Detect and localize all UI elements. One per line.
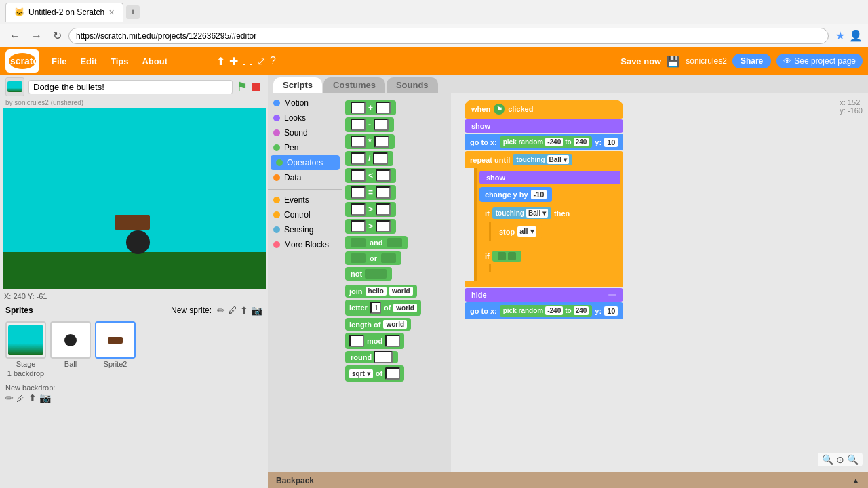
round-input[interactable]	[374, 351, 393, 363]
cat-more-blocks[interactable]: More Blocks	[268, 237, 342, 252]
stop-all-block[interactable]: stop all ▾	[494, 224, 542, 239]
project-title-input[interactable]	[28, 80, 233, 94]
show-block[interactable]: show	[465, 119, 623, 133]
op-right-input4[interactable]	[373, 152, 388, 165]
draw-sprite-btn[interactable]: 🖊	[228, 305, 237, 316]
cat-control[interactable]: Control	[268, 207, 342, 222]
touching-dropdown[interactable]: Ball ▾	[547, 155, 569, 164]
op-left-input1[interactable]	[351, 102, 366, 114]
stage-canvas[interactable]	[3, 108, 266, 289]
hide-block[interactable]: hide	[465, 288, 623, 302]
about-menu[interactable]: About	[136, 54, 173, 69]
not-block[interactable]: not	[345, 267, 392, 281]
op-gt-btn1[interactable]: >	[345, 202, 396, 217]
url-bar[interactable]	[68, 28, 829, 44]
if-touching-block[interactable]: touching Ball ▾	[492, 207, 551, 219]
ball-sprite-item[interactable]: Ball	[50, 321, 91, 378]
length-block[interactable]: length of world	[345, 318, 411, 331]
join-block[interactable]: join hello world	[345, 285, 417, 298]
save-button[interactable]: Save now	[620, 56, 661, 66]
edit-menu[interactable]: Edit	[75, 54, 102, 69]
tab-close-btn[interactable]: ✕	[108, 8, 115, 17]
stop-button[interactable]: ⏹	[250, 80, 262, 94]
repeat-until-header[interactable]: repeat until touching Ball ▾	[465, 151, 623, 168]
op-right-input2[interactable]	[374, 119, 389, 131]
show-inner-block[interactable]: show	[479, 171, 620, 184]
op-right-input1[interactable]	[376, 102, 391, 114]
upload-backdrop-btn[interactable]: ⬆	[28, 392, 37, 403]
upload-icon[interactable]: ⬆	[216, 55, 225, 68]
reload-button[interactable]: ↻	[49, 28, 66, 43]
upload-sprite-btn[interactable]: ⬆	[240, 305, 248, 316]
backpack-bar[interactable]: Backpack ▲	[268, 472, 868, 488]
length-word-input[interactable]: world	[383, 320, 407, 329]
pick-random-inline[interactable]: pick random -240 to 240	[500, 136, 593, 148]
op-eq-btn[interactable]: =	[345, 185, 396, 200]
help-icon[interactable]: ?	[270, 55, 276, 67]
op-left-input3[interactable]	[351, 136, 366, 148]
op-left-input4[interactable]	[351, 152, 366, 165]
zoom-in-btn[interactable]: 🔍	[847, 454, 859, 465]
stage-sprite-item[interactable]: Stage 1 backdrop	[5, 321, 46, 378]
op-left-input7[interactable]	[351, 203, 366, 216]
op-right-input6[interactable]	[376, 186, 391, 199]
cat-pen[interactable]: Pen	[268, 140, 342, 155]
op-left-input2[interactable]	[351, 119, 366, 131]
green-flag-button[interactable]: ⚑	[237, 79, 248, 94]
paint-sprite-btn[interactable]: ✏	[217, 305, 225, 316]
forward-button[interactable]: →	[27, 28, 46, 43]
browser-tab[interactable]: 🐱 Untitled-2 on Scratch ✕	[5, 3, 123, 22]
back-button[interactable]: ←	[5, 28, 24, 43]
or-block[interactable]: or	[345, 251, 401, 265]
join-world-input[interactable]: world	[389, 287, 413, 296]
round-block[interactable]: round	[345, 351, 398, 363]
if-touching-dropdown[interactable]: Ball ▾	[526, 209, 548, 218]
camera-backdrop-btn[interactable]: 📷	[39, 392, 51, 403]
and-block[interactable]: and	[345, 236, 408, 249]
draw-backdrop-btn[interactable]: 🖊	[16, 392, 26, 403]
share-button[interactable]: Share	[732, 54, 771, 68]
tab-sounds[interactable]: Sounds	[387, 77, 438, 93]
see-project-button[interactable]: 👁 See project page	[776, 54, 863, 68]
new-tab-btn[interactable]: +	[126, 5, 140, 19]
op-left-input8[interactable]	[351, 220, 366, 232]
sqrt-input[interactable]	[385, 367, 400, 380]
op-left-input6[interactable]	[351, 186, 366, 199]
op-minus-btn[interactable]: -	[345, 117, 394, 132]
when-clicked-block[interactable]: when ⚑ clicked	[465, 100, 623, 119]
op-plus-btn1[interactable]: +	[345, 100, 396, 115]
cat-data[interactable]: Data	[268, 170, 342, 185]
op-right-input8[interactable]	[376, 220, 391, 232]
op-left-input5[interactable]	[351, 169, 366, 182]
mod-right-input[interactable]	[385, 335, 400, 347]
zoom-out-btn[interactable]: 🔍	[822, 454, 833, 465]
fullscreen-icon[interactable]: ⛶	[242, 55, 253, 67]
cat-looks[interactable]: Looks	[268, 110, 342, 125]
tips-menu[interactable]: Tips	[105, 54, 134, 69]
if2-condition[interactable]	[492, 251, 521, 262]
letter-num-input[interactable]	[370, 302, 381, 314]
file-menu[interactable]: File	[46, 54, 72, 69]
camera-sprite-btn[interactable]: 📷	[251, 305, 262, 316]
cat-events[interactable]: Events	[268, 192, 342, 207]
stop-dropdown[interactable]: all ▾	[517, 226, 536, 237]
tab-scripts[interactable]: Scripts	[273, 77, 322, 93]
cat-motion[interactable]: Motion	[268, 96, 342, 110]
op-div-btn[interactable]: /	[345, 151, 393, 166]
script-canvas[interactable]: when ⚑ clicked show go to x: pick r	[451, 93, 868, 472]
pick-random-inline2[interactable]: pick random -240 to 240	[500, 305, 593, 317]
op-mul-btn[interactable]: *	[345, 134, 395, 149]
if2-header[interactable]: if	[479, 248, 527, 264]
op-gt-btn2[interactable]: >	[345, 219, 396, 234]
sqrt-func-dropdown[interactable]: sqrt ▾	[349, 369, 373, 378]
op-right-input3[interactable]	[374, 136, 389, 148]
zoom-reset-btn[interactable]: ⊙	[836, 454, 844, 465]
join-hello-input[interactable]: hello	[366, 287, 387, 296]
sprite2-item[interactable]: Sprite2	[95, 321, 136, 378]
add-icon[interactable]: ✚	[229, 55, 238, 68]
op-right-input7[interactable]	[376, 203, 391, 216]
mod-block[interactable]: mod	[345, 333, 404, 349]
tab-costumes[interactable]: Costumes	[323, 77, 385, 93]
letter-block[interactable]: letter of world	[345, 300, 421, 316]
cat-sound[interactable]: Sound	[268, 125, 342, 140]
